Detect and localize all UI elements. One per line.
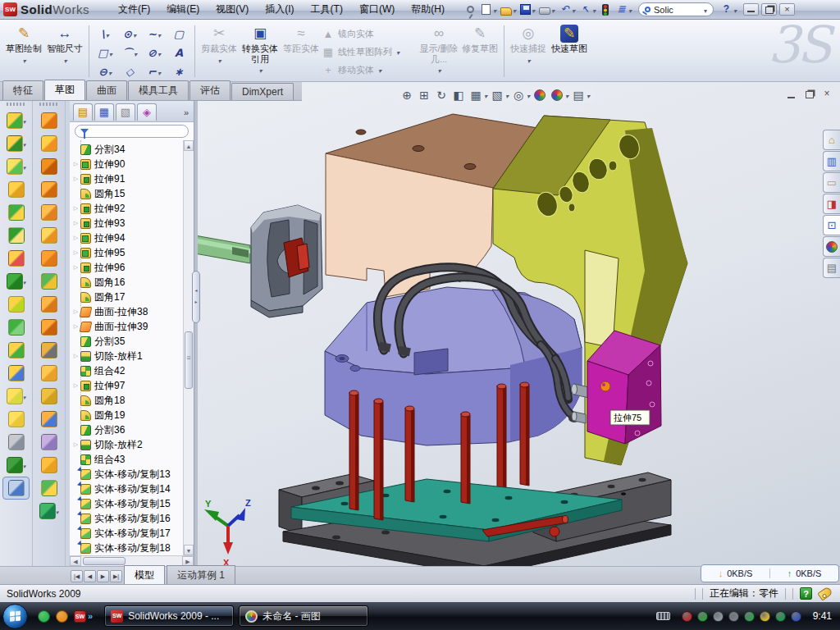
select-button[interactable]: ↖ — [578, 2, 597, 17]
menu-item[interactable]: 工具(T) — [304, 0, 350, 19]
doc-nav-button[interactable]: ▶| — [110, 570, 122, 582]
delete-body-button[interactable] — [0, 385, 32, 408]
repair-sketch-button[interactable]: ✎ 修复草图 — [459, 22, 500, 80]
tab-评估[interactable]: 评估 — [189, 80, 231, 100]
sketch-entity-spline[interactable]: ~ — [142, 25, 167, 43]
pin-button[interactable] — [463, 2, 477, 16]
tree-item-拉伸91[interactable]: ▷拉伸91 — [71, 171, 183, 186]
tree-item-组合43[interactable]: 组合43 — [71, 452, 183, 467]
tree-filter-input[interactable] — [75, 125, 189, 138]
toolbox-tab[interactable]: ◨ — [823, 194, 840, 214]
taskbar-window[interactable]: SWSolidWorks 2009 - ... — [104, 605, 234, 627]
quick-snaps-button[interactable]: ◎ 快速捕捉 — [508, 22, 549, 80]
tree-item-圆角15[interactable]: 圆角15 — [71, 186, 183, 201]
solidworks-resources-tab[interactable]: ⌂ — [823, 130, 840, 150]
tab-曲面[interactable]: 曲面 — [86, 80, 127, 100]
green-rod[interactable] — [198, 235, 250, 263]
rebuild-button[interactable] — [598, 2, 613, 17]
model-3d-view[interactable]: Y Z X 拉伸75 — [198, 82, 840, 566]
replace-face-button[interactable] — [33, 362, 65, 385]
vpn-tray-icon[interactable] — [744, 611, 755, 622]
messenger-icon[interactable] — [38, 610, 50, 623]
rapid-sketch-button[interactable]: ✎ 快速草图 — [549, 22, 590, 80]
start-button[interactable] — [2, 604, 28, 629]
split-body-button[interactable] — [0, 339, 32, 362]
tab-特征[interactable]: 特征 — [2, 80, 43, 100]
tree-item-拉伸95[interactable]: ▷拉伸95 — [71, 245, 183, 260]
convert-entities-button[interactable]: ▣ 转换实体引用 — [240, 22, 281, 80]
tab-模具工具[interactable]: 模具工具 — [128, 80, 189, 100]
scroll-thumb[interactable] — [185, 331, 193, 389]
panel-splitter[interactable] — [194, 101, 198, 566]
menu-item[interactable]: 视图(V) — [208, 0, 256, 19]
quick-launch-chevron-icon[interactable]: » — [88, 611, 93, 621]
tree-item-拉伸97[interactable]: ▷拉伸97 — [71, 378, 183, 393]
hscroll-thumb[interactable] — [83, 557, 126, 565]
spline-tool-button[interactable] — [0, 454, 32, 477]
gray-clamp-block[interactable] — [251, 205, 322, 317]
options-button[interactable]: ≣ — [614, 2, 633, 17]
sketch-entity-text[interactable]: A — [167, 43, 191, 62]
flex-button[interactable] — [33, 109, 65, 132]
display-style-button[interactable]: ▧ — [490, 89, 509, 102]
save-button[interactable] — [518, 2, 536, 17]
mirror-body-button[interactable] — [0, 316, 32, 339]
panel-chevron-icon[interactable]: » — [184, 107, 192, 117]
quick-tips-button[interactable]: ? — [800, 587, 812, 600]
trim-entities-button[interactable]: ✂ 剪裁实体 — [199, 22, 240, 80]
expand-arrow-icon[interactable]: ▷ — [71, 382, 80, 389]
edit-appearance-button[interactable] — [532, 89, 547, 101]
menu-item[interactable]: 窗口(W) — [352, 0, 402, 19]
doc-nav-button[interactable]: ◀ — [84, 570, 96, 582]
security-shield-tray-icon[interactable] — [697, 611, 708, 622]
search-caret-icon[interactable] — [703, 4, 707, 16]
revolved-surface-button[interactable] — [33, 132, 65, 155]
tree-item-拉伸90[interactable]: ▷拉伸90 — [71, 157, 183, 171]
appearances-tab[interactable] — [823, 236, 840, 257]
expand-arrow-icon[interactable]: ▷ — [71, 353, 80, 359]
reference-geometry-button[interactable] — [0, 431, 32, 454]
configuration-manager-tab[interactable]: ▧ — [116, 103, 135, 121]
sketch-entity-line[interactable]: \ — [93, 25, 117, 43]
tree-item-圆角19[interactable]: 圆角19 — [71, 408, 183, 422]
custom-properties-tab[interactable]: ▤ — [823, 258, 840, 278]
scroll-down-icon[interactable]: ▼ — [184, 545, 194, 555]
tree-item-圆角16[interactable]: 圆角16 — [71, 275, 183, 290]
expand-arrow-icon[interactable]: ▷ — [71, 176, 80, 182]
tag-icon[interactable] — [817, 586, 833, 600]
menu-item[interactable]: 文件(F) — [111, 0, 158, 19]
doc-close-button[interactable]: × — [820, 89, 833, 101]
tree-item-拉伸93[interactable]: ▷拉伸93 — [71, 216, 183, 231]
expand-arrow-icon[interactable]: ▷ — [71, 264, 80, 271]
tab-motion-study[interactable]: 运动算例 1 — [167, 565, 235, 584]
tree-item-切除-放样1[interactable]: ▷切除-放样1 — [71, 349, 183, 363]
sketch-entity-arc[interactable]: ⌒ — [117, 43, 142, 62]
tree-item-拉伸92[interactable]: ▷拉伸92 — [71, 201, 183, 216]
swept-boss-button[interactable] — [0, 178, 32, 201]
view-setting-button[interactable]: ▤ — [571, 89, 590, 102]
tree-item-分割35[interactable]: 分割35 — [71, 334, 183, 349]
update-gear-tray-icon[interactable] — [713, 611, 724, 622]
search-box[interactable]: Solic — [638, 2, 714, 16]
trim-surface-button[interactable] — [33, 431, 65, 454]
menu-item[interactable]: 编辑(E) — [159, 0, 207, 19]
tree-vertical-scrollbar[interactable]: ▲ ▼ — [183, 140, 194, 555]
tree-item-圆角18[interactable]: 圆角18 — [71, 393, 183, 408]
tree-item-曲面-拉伸38[interactable]: ▷曲面-拉伸38 — [71, 304, 183, 319]
sync-tray-icon[interactable] — [791, 611, 801, 622]
volume-tray-icon[interactable] — [728, 611, 739, 622]
offset-surface-button[interactable] — [33, 293, 65, 316]
property-manager-tab[interactable]: ▦ — [94, 103, 114, 121]
doc-restore-button[interactable] — [802, 89, 815, 101]
restore-button[interactable] — [761, 3, 777, 16]
rotate-view-button[interactable]: ↻ — [434, 89, 449, 102]
browser-360-icon[interactable] — [56, 610, 68, 623]
alert-tray-icon[interactable] — [760, 611, 770, 622]
expand-arrow-icon[interactable]: ▷ — [71, 235, 80, 241]
swept-surface-button[interactable] — [33, 155, 65, 178]
tree-item-曲面-拉伸39[interactable]: ▷曲面-拉伸39 — [71, 319, 183, 334]
hide-show-items-button[interactable]: ◎ — [511, 89, 530, 102]
expand-arrow-icon[interactable]: ▷ — [71, 161, 80, 167]
extruded-cut-button[interactable] — [0, 132, 32, 155]
move-entities-button[interactable]: + 移动实体 — [322, 62, 418, 78]
